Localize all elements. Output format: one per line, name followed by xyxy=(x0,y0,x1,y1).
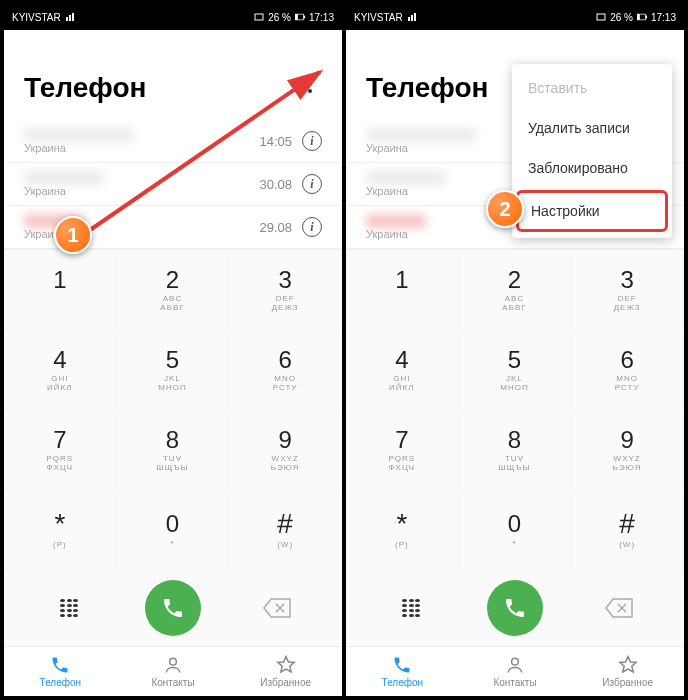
signal-icon xyxy=(408,11,418,21)
overflow-menu: Вставить Удалить записи Заблокировано На… xyxy=(512,64,672,238)
carrier: KYIVSTAR xyxy=(12,12,61,23)
contacts-icon xyxy=(163,655,183,675)
info-icon[interactable]: i xyxy=(302,217,322,237)
info-icon[interactable]: i xyxy=(302,131,322,151)
svg-rect-13 xyxy=(637,14,640,20)
svg-rect-5 xyxy=(295,14,298,20)
svg-rect-9 xyxy=(411,15,413,21)
status-bar: KYIVSTAR 26 % 17:13 xyxy=(4,4,342,30)
phone-icon xyxy=(503,596,527,620)
step-marker-1: 1 xyxy=(54,216,92,254)
info-icon[interactable]: i xyxy=(302,174,322,194)
call-row[interactable]: Украина 30.08 i xyxy=(4,163,342,206)
dialpad-icon xyxy=(402,599,420,617)
header: Телефон xyxy=(4,30,342,120)
call-time: 14:05 xyxy=(259,134,292,149)
toggle-dialpad-button[interactable] xyxy=(54,593,84,623)
key-5[interactable]: 5JKLМНОП xyxy=(459,330,572,410)
key-0[interactable]: 0+ xyxy=(117,490,230,570)
contacts-icon xyxy=(505,655,525,675)
svg-rect-6 xyxy=(304,16,305,19)
call-name-blurred xyxy=(24,171,104,185)
svg-rect-14 xyxy=(646,16,647,19)
clock: 17:13 xyxy=(309,12,334,23)
star-icon xyxy=(618,655,638,675)
svg-rect-2 xyxy=(72,13,74,21)
svg-point-15 xyxy=(512,658,519,665)
backspace-icon xyxy=(262,596,292,620)
dialpad: 1 2ABCАБВГ 3DEFДЕЖЗ 4GHIИЙКЛ 5JKLМНОП 6M… xyxy=(346,249,684,570)
phone-nav-icon xyxy=(392,655,412,675)
call-sub: Украина xyxy=(24,185,259,197)
key-6[interactable]: 6MNOРСТУ xyxy=(229,330,342,410)
svg-rect-1 xyxy=(69,15,71,21)
nav-phone[interactable]: Телефон xyxy=(346,647,459,696)
call-row[interactable]: Украина 14:05 i xyxy=(4,120,342,163)
nav-contacts[interactable]: Контакты xyxy=(117,647,230,696)
call-name-blurred xyxy=(366,171,446,185)
dialpad: 1 2ABCАБВГ 3DEFДЕЖЗ 4GHIИЙКЛ 5JKLМНОП 6M… xyxy=(4,249,342,570)
phone-left: KYIVSTAR 26 % 17:13 Телефон Украина 14:0… xyxy=(4,4,342,696)
key-star[interactable]: *(P) xyxy=(346,490,459,570)
signal-icon xyxy=(66,11,76,21)
key-4[interactable]: 4GHIИЙКЛ xyxy=(346,330,459,410)
key-8[interactable]: 8TUVШЩЪЫ xyxy=(459,410,572,490)
key-8[interactable]: 8TUVШЩЪЫ xyxy=(117,410,230,490)
key-7[interactable]: 7PQRSФХЦЧ xyxy=(346,410,459,490)
phone-icon xyxy=(161,596,185,620)
menu-settings[interactable]: Настройки xyxy=(516,190,668,232)
rotate-icon xyxy=(254,12,264,22)
call-time: 29.08 xyxy=(259,220,292,235)
dialpad-icon xyxy=(60,599,78,617)
call-sub: Украина xyxy=(24,142,259,154)
star-icon xyxy=(276,655,296,675)
bottom-nav: Телефон Контакты Избранное xyxy=(4,646,342,696)
svg-rect-3 xyxy=(255,14,263,20)
backspace-button[interactable] xyxy=(604,596,634,620)
key-hash[interactable]: #(W) xyxy=(229,490,342,570)
backspace-icon xyxy=(604,596,634,620)
action-bar xyxy=(346,570,684,646)
nav-favorites[interactable]: Избранное xyxy=(571,647,684,696)
nav-favorites[interactable]: Избранное xyxy=(229,647,342,696)
action-bar xyxy=(4,570,342,646)
call-button[interactable] xyxy=(487,580,543,636)
key-0[interactable]: 0+ xyxy=(459,490,572,570)
key-7[interactable]: 7PQRSФХЦЧ xyxy=(4,410,117,490)
call-time: 30.08 xyxy=(259,177,292,192)
nav-contacts[interactable]: Контакты xyxy=(459,647,572,696)
phone-nav-icon xyxy=(50,655,70,675)
key-2[interactable]: 2ABCАБВГ xyxy=(117,250,230,330)
call-name-blurred xyxy=(366,214,426,228)
backspace-button[interactable] xyxy=(262,596,292,620)
key-2[interactable]: 2ABCАБВГ xyxy=(459,250,572,330)
key-1[interactable]: 1 xyxy=(4,250,117,330)
bottom-nav: Телефон Контакты Избранное xyxy=(346,646,684,696)
svg-rect-11 xyxy=(597,14,605,20)
svg-rect-8 xyxy=(408,17,410,21)
toggle-dialpad-button[interactable] xyxy=(396,593,426,623)
menu-blocked[interactable]: Заблокировано xyxy=(512,148,672,188)
step-marker-2: 2 xyxy=(486,190,524,228)
svg-point-7 xyxy=(170,658,177,665)
key-9[interactable]: 9WXYZЬЭЮЯ xyxy=(229,410,342,490)
key-hash[interactable]: #(W) xyxy=(571,490,684,570)
more-menu-button[interactable] xyxy=(298,72,322,96)
call-name-blurred xyxy=(366,128,476,142)
battery-icon xyxy=(637,12,647,22)
rotate-icon xyxy=(596,12,606,22)
key-5[interactable]: 5JKLМНОП xyxy=(117,330,230,410)
key-star[interactable]: *(P) xyxy=(4,490,117,570)
nav-phone[interactable]: Телефон xyxy=(4,647,117,696)
key-3[interactable]: 3DEFДЕЖЗ xyxy=(571,250,684,330)
page-title: Телефон xyxy=(366,72,488,104)
menu-delete[interactable]: Удалить записи xyxy=(512,108,672,148)
key-6[interactable]: 6MNOРСТУ xyxy=(571,330,684,410)
key-1[interactable]: 1 xyxy=(346,250,459,330)
key-4[interactable]: 4GHIИЙКЛ xyxy=(4,330,117,410)
svg-rect-10 xyxy=(414,13,416,21)
key-9[interactable]: 9WXYZЬЭЮЯ xyxy=(571,410,684,490)
page-title: Телефон xyxy=(24,72,146,104)
key-3[interactable]: 3DEFДЕЖЗ xyxy=(229,250,342,330)
call-button[interactable] xyxy=(145,580,201,636)
